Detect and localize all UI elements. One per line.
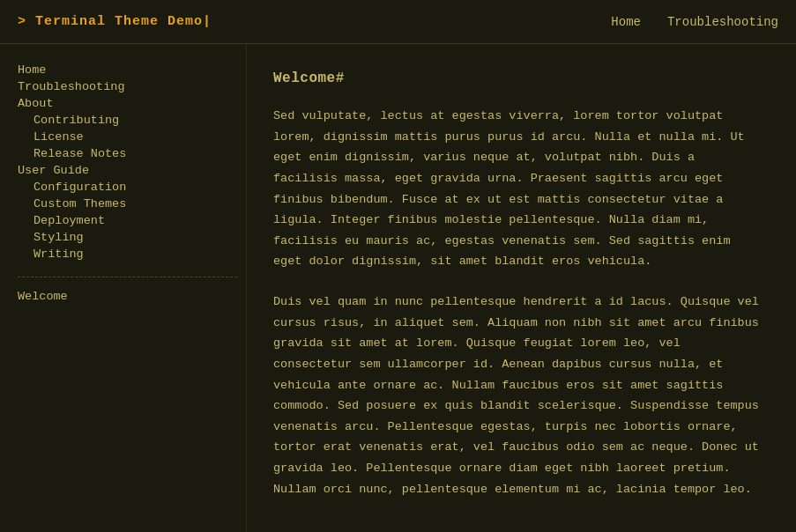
sidebar-item-welcome[interactable]: Welcome <box>18 288 237 305</box>
brand-title: > Terminal Theme Demo| <box>18 14 212 29</box>
nav-home-link[interactable]: Home <box>611 15 641 29</box>
nav-troubleshooting-link[interactable]: Troubleshooting <box>667 15 778 29</box>
content-paragraph-1: Sed vulputate, lectus at egestas viverra… <box>273 106 761 272</box>
sidebar-divider <box>18 277 237 277</box>
sidebar: Home Troubleshooting About Contributing … <box>0 44 247 532</box>
content-paragraph-2: Duis vel quam in nunc pellentesque hendr… <box>273 292 761 499</box>
sidebar-item-license[interactable]: License <box>18 129 237 145</box>
sidebar-item-user-guide[interactable]: User Guide <box>18 162 237 179</box>
sidebar-item-custom-themes[interactable]: Custom Themes <box>18 196 237 212</box>
nav-links: Home Troubleshooting <box>611 15 778 29</box>
main-content: Welcome# Sed vulputate, lectus at egesta… <box>247 44 796 532</box>
sidebar-item-troubleshooting[interactable]: Troubleshooting <box>18 78 237 95</box>
main-layout: Home Troubleshooting About Contributing … <box>0 44 796 532</box>
sidebar-item-deployment[interactable]: Deployment <box>18 212 237 229</box>
navbar: > Terminal Theme Demo| Home Troubleshoot… <box>0 0 796 44</box>
sidebar-item-home[interactable]: Home <box>18 62 237 78</box>
page-title: Welcome# <box>273 70 761 86</box>
sidebar-item-configuration[interactable]: Configuration <box>18 179 237 196</box>
sidebar-item-about[interactable]: About <box>18 95 237 112</box>
sidebar-section-top: Home Troubleshooting About Contributing … <box>18 62 237 262</box>
sidebar-item-writing[interactable]: Writing <box>18 246 237 262</box>
sidebar-item-release-notes[interactable]: Release Notes <box>18 145 237 162</box>
sidebar-item-styling[interactable]: Styling <box>18 229 237 246</box>
sidebar-item-contributing[interactable]: Contributing <box>18 112 237 129</box>
